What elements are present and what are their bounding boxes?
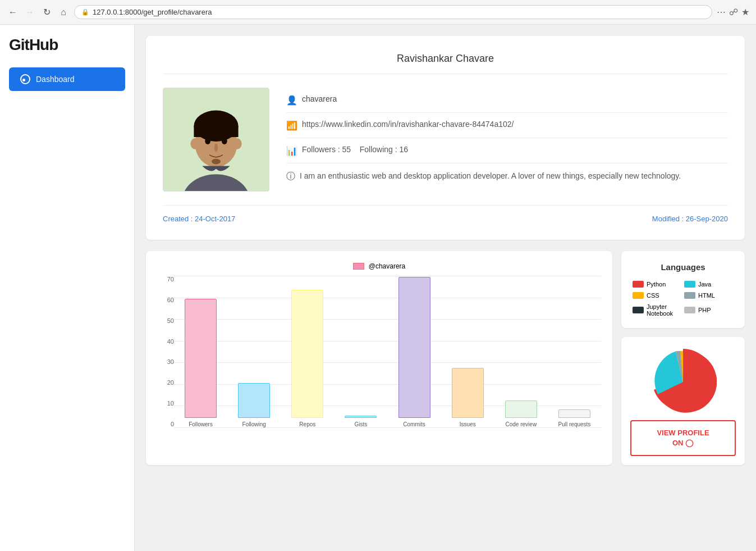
bar-group: Repos (281, 276, 334, 427)
y-label-10: 10 (157, 400, 174, 407)
more-options-icon[interactable]: ⋯ (717, 7, 726, 17)
modified-date: Modified : 26-Sep-2020 (652, 215, 728, 223)
bar-label: Repos (299, 421, 315, 427)
legend-label: @chavarera (369, 262, 406, 270)
lang-color-swatch (633, 307, 644, 313)
browser-actions: ⋯ ☍ ★ (717, 7, 749, 17)
bars-row: FollowersFollowingReposGistsCommitsIssue… (174, 276, 601, 427)
bar-label: Followers (189, 421, 213, 427)
home-button[interactable]: ⌂ (57, 6, 70, 19)
bar-chart-card: @chavarera 70 60 50 40 30 20 10 0 (146, 251, 612, 465)
back-button[interactable]: ← (7, 6, 19, 19)
bar-element (558, 409, 590, 418)
lang-name: PHP (698, 307, 711, 313)
languages-title: Languages (633, 262, 734, 272)
linkedin-row: 📶 https://www.linkedin.com/in/ravishanka… (286, 113, 728, 138)
lang-name: Python (647, 281, 666, 288)
bar-label: Pull requests (558, 421, 591, 427)
view-profile-button[interactable]: VIEW PROFILE ON ◯ (630, 420, 736, 456)
bio-row: ⓘ I am an enthusiastic web and desktop a… (286, 163, 728, 189)
main-content: Ravishankar Chavare (135, 25, 756, 551)
lang-name: Jupyter Notebook (647, 303, 682, 317)
bar-group: Gists (334, 276, 387, 427)
address-bar[interactable]: 🔒 127.0.0.1:8000/get_profile/chavarera (74, 5, 712, 19)
y-label-30: 30 (157, 358, 174, 365)
charts-section: @chavarera 70 60 50 40 30 20 10 0 (146, 251, 745, 465)
avatar-svg (163, 88, 269, 191)
view-profile-line2: ON ◯ (638, 438, 728, 448)
info-icon: ⓘ (286, 171, 295, 183)
followers-following-text: Followers : 55 Following : 16 (302, 145, 408, 154)
grid-line-7 (174, 427, 601, 428)
profile-body: 👤 chavarera 📶 https://www.linkedin.com/i… (163, 88, 728, 192)
svg-rect-5 (194, 126, 238, 137)
bar-group: Following (227, 276, 281, 427)
dashboard-label: Dashboard (36, 75, 75, 84)
lang-color-swatch (633, 281, 644, 288)
y-label-40: 40 (157, 338, 174, 345)
profile-avatar (163, 88, 269, 192)
followers-label: Followers : 55 (302, 145, 351, 154)
side-cards: Languages PythonJavaCSSHTMLJupyter Noteb… (621, 251, 745, 465)
user-icon: 👤 (286, 95, 297, 106)
lang-color-swatch (684, 292, 695, 299)
bar-element (398, 277, 430, 418)
bar-label: Following (242, 421, 266, 427)
bar-element (291, 290, 323, 418)
view-profile-line1: VIEW PROFILE (638, 428, 728, 438)
lang-item: PHP (684, 303, 734, 317)
linkedin-link[interactable]: https://www.linkedin.com/in/ravishankar-… (302, 120, 514, 129)
lang-name: CSS (647, 292, 659, 299)
y-label-70: 70 (157, 276, 174, 283)
following-label: Following : 16 (360, 145, 408, 154)
profile-info: 👤 chavarera 📶 https://www.linkedin.com/i… (286, 88, 728, 192)
link-icon: 📶 (286, 120, 297, 131)
pie-card: VIEW PROFILE ON ◯ (621, 337, 745, 465)
lang-color-swatch (684, 307, 695, 313)
lang-grid: PythonJavaCSSHTMLJupyter NotebookPHP (633, 281, 734, 317)
svg-point-8 (205, 138, 210, 144)
bar-element (345, 416, 377, 418)
legend-swatch (353, 263, 364, 270)
chart-inner: FollowersFollowingReposGistsCommitsIssue… (174, 276, 601, 444)
pie-container (649, 346, 717, 413)
url-text: 127.0.0.1:8000/get_profile/chavarera (93, 8, 212, 16)
avatar-image (163, 88, 269, 191)
bar-group: Issues (441, 276, 494, 427)
browser-chrome: ← → ↻ ⌂ 🔒 127.0.0.1:8000/get_profile/cha… (0, 0, 756, 25)
bar-element (505, 400, 537, 418)
languages-card: Languages PythonJavaCSSHTMLJupyter Noteb… (621, 251, 745, 328)
app-logo: GitHub (9, 36, 125, 54)
y-label-20: 20 (157, 379, 174, 386)
sidebar: GitHub Dashboard (0, 25, 135, 551)
bar-label: Commits (403, 421, 425, 427)
bookmarks-icon[interactable]: ☍ (729, 7, 738, 17)
security-icon: 🔒 (81, 8, 89, 16)
profile-name: Ravishankar Chavare (163, 53, 728, 74)
chart-area: 70 60 50 40 30 20 10 0 FollowersFollowin… (157, 276, 601, 444)
svg-point-10 (212, 159, 221, 165)
profile-card: Ravishankar Chavare (146, 36, 745, 240)
chart-wrapper: 70 60 50 40 30 20 10 0 FollowersFollowin… (157, 276, 601, 444)
lang-item: CSS (633, 292, 682, 299)
star-icon[interactable]: ★ (741, 7, 749, 17)
lang-color-swatch (633, 292, 644, 299)
bar-label: Issues (460, 421, 476, 427)
dashboard-button[interactable]: Dashboard (9, 67, 125, 91)
bar-group: Code review (494, 276, 548, 427)
reload-button[interactable]: ↻ (40, 6, 53, 19)
lang-color-swatch (684, 281, 695, 288)
bar-label: Gists (355, 421, 368, 427)
lang-item: Jupyter Notebook (633, 303, 682, 317)
svg-point-7 (233, 138, 242, 149)
bar-group: Followers (174, 276, 227, 427)
github-icon: ◯ (685, 439, 694, 447)
username-row: 👤 chavarera (286, 88, 728, 113)
lang-item: Python (633, 281, 682, 288)
dashboard-icon (20, 74, 30, 84)
forward-button[interactable]: → (24, 6, 36, 19)
stats-row: 📊 Followers : 55 Following : 16 (286, 138, 728, 163)
y-axis: 70 60 50 40 30 20 10 0 (157, 276, 174, 444)
bio-text: I am an enthusiastic web and desktop app… (300, 170, 681, 182)
bar-group: Pull requests (548, 276, 601, 427)
